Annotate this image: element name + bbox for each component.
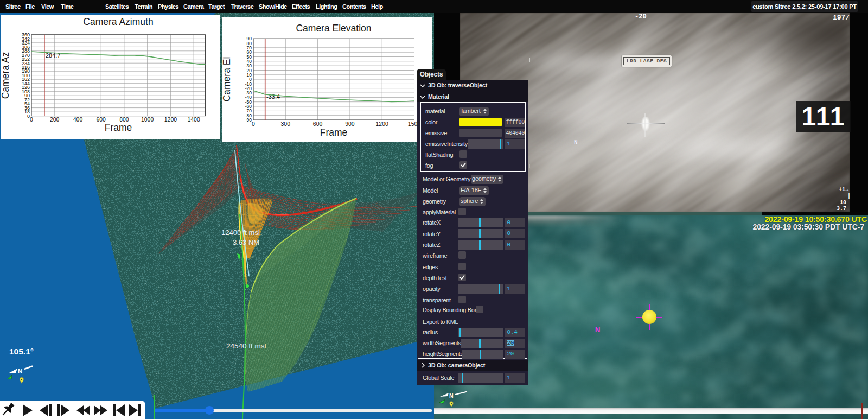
svg-text:0: 0: [252, 120, 255, 127]
svg-text:1400: 1400: [187, 116, 200, 123]
svg-text:Camera Elevation: Camera Elevation: [296, 23, 371, 34]
svg-text:400: 400: [73, 116, 83, 123]
svg-text:N: N: [18, 368, 22, 374]
svg-text:200: 200: [50, 116, 60, 123]
svg-text:900: 900: [345, 120, 355, 127]
svg-text:12400 ft msl: 12400 ft msl: [221, 228, 260, 237]
svg-text:105.1°: 105.1°: [9, 347, 34, 356]
svg-text:1000: 1000: [141, 116, 154, 123]
svg-text:600: 600: [313, 120, 323, 127]
svg-text:3.63 NM: 3.63 NM: [233, 238, 259, 246]
svg-text:-90: -90: [245, 117, 252, 123]
svg-text:Camera Az: Camera Az: [1, 52, 11, 99]
svg-text:0: 0: [30, 116, 33, 123]
svg-text:1200: 1200: [376, 120, 389, 127]
svg-text:24540 ft msl: 24540 ft msl: [226, 342, 266, 350]
svg-text:300: 300: [281, 120, 291, 127]
svg-text:Frame: Frame: [105, 122, 132, 133]
svg-text:Frame: Frame: [320, 127, 348, 138]
svg-text:N: N: [449, 392, 454, 399]
svg-text:Camera Azimuth: Camera Azimuth: [83, 16, 153, 27]
svg-text:1200: 1200: [164, 116, 177, 123]
svg-text:Camera El: Camera El: [222, 57, 232, 102]
